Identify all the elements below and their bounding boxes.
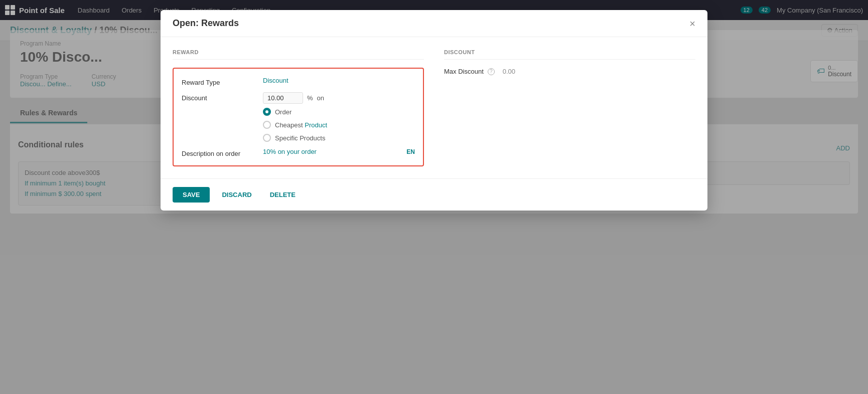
- discount-input-row: % on: [263, 92, 327, 104]
- reward-section: REWARD Reward Type Discount Discount %: [173, 49, 424, 166]
- reward-form-box: Reward Type Discount Discount % on: [173, 68, 424, 166]
- reward-type-value: Discount: [263, 77, 288, 84]
- max-discount-label: Max Discount: [444, 68, 484, 75]
- discount-field-label: Discount: [182, 92, 257, 102]
- modal-footer: SAVE DISCARD DELETE: [161, 178, 707, 211]
- modal-overlay: Open: Rewards × REWARD Reward Type Disco…: [0, 0, 868, 394]
- discard-button[interactable]: DISCARD: [216, 187, 257, 203]
- description-label: Description on order: [182, 148, 257, 157]
- reward-type-label: Reward Type: [182, 77, 257, 86]
- radio-order-label: Order: [275, 108, 292, 116]
- discount-row: Discount % on Order: [182, 92, 415, 142]
- reward-type-row: Reward Type Discount: [182, 77, 415, 86]
- max-discount-row: Max Discount ? 0.00: [444, 68, 695, 75]
- modal-body: REWARD Reward Type Discount Discount %: [161, 37, 707, 178]
- discount-target-radio-group: Order Cheapest Product Specific Products: [263, 108, 327, 142]
- description-value: 10% on your order: [263, 148, 317, 155]
- reward-section-label: REWARD: [173, 49, 424, 60]
- save-button[interactable]: SAVE: [173, 187, 210, 203]
- discount-percent-label: %: [307, 94, 313, 102]
- radio-specific-circle: [263, 134, 271, 142]
- delete-button[interactable]: DELETE: [264, 187, 302, 203]
- language-badge[interactable]: EN: [406, 148, 415, 155]
- modal-header: Open: Rewards ×: [161, 10, 707, 37]
- radio-cheapest[interactable]: Cheapest Product: [263, 121, 327, 129]
- rewards-modal: Open: Rewards × REWARD Reward Type Disco…: [161, 10, 707, 211]
- radio-specific-label: Specific Products: [275, 134, 325, 142]
- radio-specific[interactable]: Specific Products: [263, 134, 327, 142]
- radio-order-circle: [263, 108, 271, 116]
- description-row: Description on order 10% on your order E…: [182, 148, 415, 157]
- help-icon[interactable]: ?: [488, 68, 495, 75]
- modal-close-button[interactable]: ×: [689, 19, 695, 29]
- radio-cheapest-label: Cheapest Product: [275, 121, 327, 129]
- discount-on-label: on: [317, 94, 324, 102]
- discount-amount-input[interactable]: [263, 92, 303, 104]
- discount-section: DISCOUNT Max Discount ? 0.00: [444, 49, 695, 166]
- modal-title: Open: Rewards: [173, 18, 239, 29]
- max-discount-value: 0.00: [503, 68, 515, 75]
- discount-section-label: DISCOUNT: [444, 49, 695, 60]
- radio-order[interactable]: Order: [263, 108, 327, 116]
- radio-cheapest-circle: [263, 121, 271, 129]
